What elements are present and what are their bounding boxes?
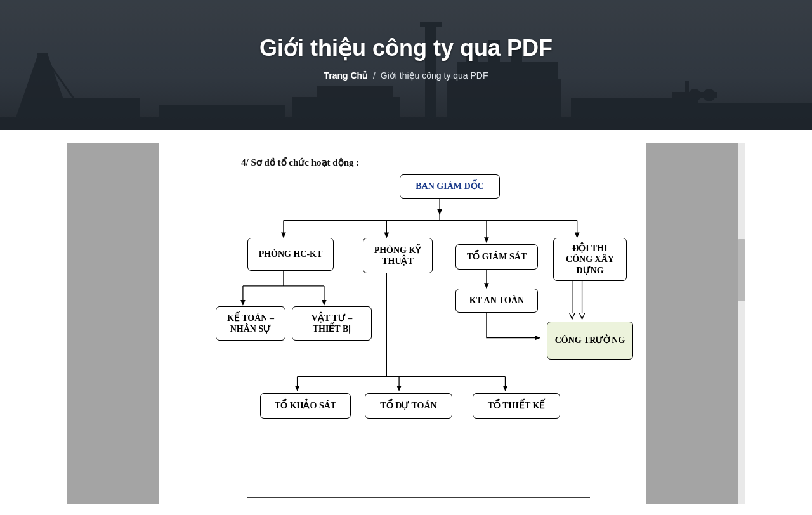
org-node-root: BAN GIÁM ĐỐC: [400, 174, 500, 199]
org-node-vat-tu: VẬT TƯ – THIẾT BỊ: [292, 306, 372, 341]
pdf-scrollbar-thumb[interactable]: [738, 239, 745, 301]
page-bottom-rule: [247, 497, 590, 498]
pdf-scrollbar[interactable]: [738, 143, 745, 504]
org-node-doi-thi-cong: ĐỘI THI CÔNG XÂY DỰNG: [553, 238, 627, 281]
org-node-ke-toan: KẾ TOÁN – NHÂN SỰ: [216, 306, 285, 341]
pdf-gutter-left: [67, 143, 159, 504]
hero-banner: Giới thiệu công ty qua PDF Trang Chủ / G…: [0, 0, 812, 130]
org-node-phong-hc-kt: PHÒNG HC-KT: [247, 238, 334, 271]
page-title: Giới thiệu công ty qua PDF: [0, 35, 812, 62]
pdf-viewer: 4/ Sơ đồ tổ chức hoạt động :: [67, 143, 745, 504]
org-node-to-giam-sat: TỔ GIÁM SÁT: [455, 244, 538, 270]
breadcrumb: Trang Chủ / Giới thiệu công ty qua PDF: [0, 70, 812, 81]
breadcrumb-current: Giới thiệu công ty qua PDF: [381, 70, 488, 81]
org-node-to-khao-sat: TỔ KHẢO SÁT: [260, 393, 351, 419]
org-node-phong-ky-thuat: PHÒNG KỸ THUẬT: [363, 238, 433, 273]
org-node-kt-an-toan: KT AN TOÀN: [455, 289, 538, 313]
pdf-gutter-right: [646, 143, 738, 504]
org-node-to-du-toan: TỔ DỰ TOÁN: [365, 393, 452, 419]
org-node-cong-truong: CÔNG TRƯỜNG: [547, 322, 633, 360]
breadcrumb-home-link[interactable]: Trang Chủ: [324, 70, 368, 81]
org-node-to-thiet-ke: TỔ THIẾT KẾ: [473, 393, 560, 419]
breadcrumb-separator: /: [373, 70, 376, 81]
pdf-page[interactable]: 4/ Sơ đồ tổ chức hoạt động :: [159, 143, 646, 504]
